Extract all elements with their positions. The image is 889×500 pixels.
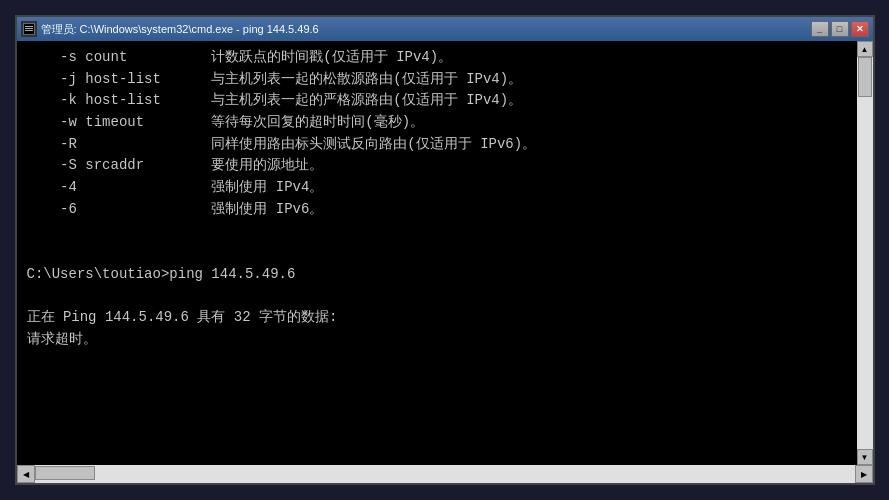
console-line: -s count 计数跃点的时间戳(仅适用于 IPv4)。 [27, 47, 863, 69]
console-line: 请求超时。 [27, 329, 863, 351]
title-bar-left: 管理员: C:\Windows\system32\cmd.exe - ping … [21, 21, 319, 37]
minimize-button[interactable]: _ [811, 21, 829, 37]
console-line: -k host-list 与主机列表一起的严格源路由(仅适用于 IPv4)。 [27, 90, 863, 112]
scroll-down-button[interactable]: ▼ [857, 449, 873, 465]
horizontal-track[interactable] [35, 465, 855, 483]
horizontal-scrollbar[interactable]: ◀ ▶ [17, 465, 873, 483]
scroll-up-button[interactable]: ▲ [857, 41, 873, 57]
console-line: C:\Users\toutiao>ping 144.5.49.6 [27, 264, 863, 286]
console-line: -4 强制使用 IPv4。 [27, 177, 863, 199]
scroll-thumb[interactable] [858, 57, 872, 97]
vertical-scrollbar[interactable]: ▲ ▼ [857, 41, 873, 465]
horizontal-thumb[interactable] [35, 466, 95, 480]
console-line: -6 强制使用 IPv6。 [27, 199, 863, 221]
maximize-button[interactable]: □ [831, 21, 849, 37]
title-bar: 管理员: C:\Windows\system32\cmd.exe - ping … [17, 17, 873, 41]
console-line: 正在 Ping 144.5.49.6 具有 32 字节的数据: [27, 307, 863, 329]
scroll-left-button[interactable]: ◀ [17, 465, 35, 483]
window-title: 管理员: C:\Windows\system32\cmd.exe - ping … [41, 22, 319, 37]
cmd-icon [21, 21, 37, 37]
console-line [27, 286, 863, 308]
console-line: -S srcaddr 要使用的源地址。 [27, 155, 863, 177]
scroll-right-button[interactable]: ▶ [855, 465, 873, 483]
scroll-track[interactable] [857, 57, 873, 449]
window-controls: _ □ ✕ [811, 21, 869, 37]
cmd-window: 管理员: C:\Windows\system32\cmd.exe - ping … [15, 15, 875, 485]
console-line [27, 242, 863, 264]
console-line: -R 同样使用路由标头测试反向路由(仅适用于 IPv6)。 [27, 134, 863, 156]
console-output: -s count 计数跃点的时间戳(仅适用于 IPv4)。 -j host-li… [17, 41, 873, 465]
close-button[interactable]: ✕ [851, 21, 869, 37]
console-line: -w timeout 等待每次回复的超时时间(毫秒)。 [27, 112, 863, 134]
console-line [27, 221, 863, 243]
console-line: -j host-list 与主机列表一起的松散源路由(仅适用于 IPv4)。 [27, 69, 863, 91]
